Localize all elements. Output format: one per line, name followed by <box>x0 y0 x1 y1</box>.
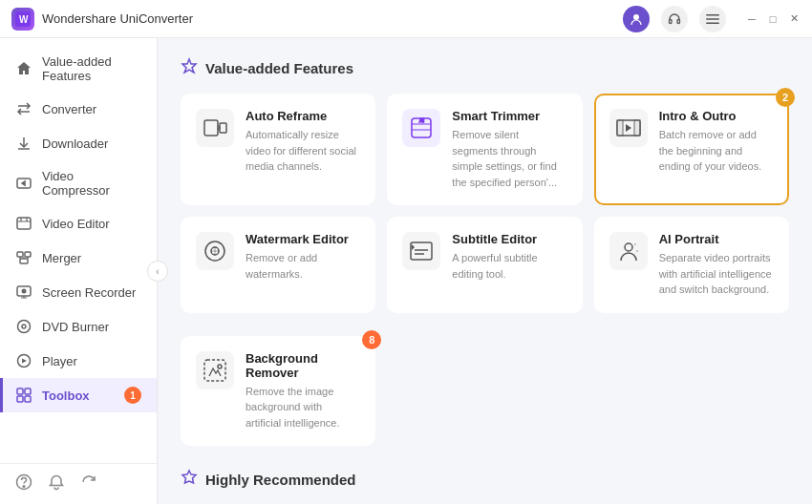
menu-icon[interactable] <box>699 6 726 32</box>
highly-recommended-section-title: Highly Recommended <box>181 469 789 490</box>
app-title: Wondershare UniConverter <box>42 11 193 26</box>
player-icon <box>15 352 32 369</box>
value-added-title-text: Value-added Features <box>205 60 353 76</box>
svg-rect-10 <box>17 252 23 257</box>
home-icon <box>15 60 32 77</box>
close-button[interactable]: ✕ <box>787 12 801 26</box>
ai-portrait-text: AI Portrait Separate video portraits wit… <box>659 232 774 298</box>
sidebar-item-toolbox-label: Toolbox <box>42 388 90 403</box>
svg-rect-31 <box>634 120 640 136</box>
smart-trimmer-text: Smart Trimmer Remove silent segments thr… <box>452 109 566 190</box>
sidebar-item-screen-recorder-label: Screen Recorder <box>42 285 136 300</box>
sidebar: Value-added Features Converter <box>0 38 158 504</box>
intro-outro-text: Intro & Outro Batch remove or add the be… <box>659 109 774 175</box>
sidebar-item-home-label: Value-added Features <box>42 54 141 83</box>
ai-portrait-title: AI Portrait <box>659 232 774 246</box>
svg-rect-12 <box>20 259 28 263</box>
svg-point-35 <box>625 243 632 251</box>
sidebar-item-merger[interactable]: Merger <box>0 241 157 275</box>
svg-rect-9 <box>17 218 31 229</box>
sidebar-bottom <box>0 463 157 504</box>
svg-rect-5 <box>706 14 719 16</box>
svg-rect-25 <box>204 120 218 136</box>
sidebar-item-video-compressor[interactable]: Video Compressor <box>0 160 157 206</box>
auto-reframe-desc: Automatically resize video for different… <box>246 127 360 175</box>
maximize-button[interactable]: □ <box>766 12 780 26</box>
background-remover-card[interactable]: 8 Background Remover Remove the image ba… <box>181 336 375 447</box>
sidebar-item-video-compressor-label: Video Compressor <box>42 169 141 198</box>
watermark-editor-icon <box>196 232 234 270</box>
intro-outro-badge: 2 <box>776 88 795 107</box>
svg-point-23 <box>23 486 25 488</box>
sidebar-nav: Value-added Features Converter <box>0 38 157 463</box>
smart-trimmer-card[interactable]: AI Smart Trimmer Remove silent segments … <box>387 94 582 205</box>
ai-portrait-desc: Separate video portraits with artificial… <box>659 250 774 298</box>
highly-recommended-title-text: Highly Recommended <box>205 472 356 488</box>
subtitle-editor-text: Subtitle Editor A powerful subtitle edit… <box>452 232 566 282</box>
sidebar-item-merger-label: Merger <box>42 251 81 265</box>
watermark-editor-title: Watermark Editor <box>246 232 360 246</box>
sidebar-item-video-editor[interactable]: Video Editor <box>0 206 157 241</box>
svg-point-37 <box>218 365 222 368</box>
background-remover-text: Background Remover Remove the image back… <box>246 351 360 431</box>
svg-rect-7 <box>706 22 719 24</box>
smart-trimmer-title: Smart Trimmer <box>452 109 566 123</box>
sidebar-item-home[interactable]: Value-added Features <box>0 46 157 92</box>
converter-icon <box>15 100 32 117</box>
svg-rect-3 <box>670 19 673 23</box>
svg-rect-34 <box>411 242 432 260</box>
sidebar-item-dvd-burner-label: DVD Burner <box>42 320 109 334</box>
smart-trimmer-icon: AI <box>402 109 440 147</box>
intro-outro-desc: Batch remove or add the beginning and en… <box>659 127 774 175</box>
svg-rect-11 <box>25 252 31 257</box>
svg-text:W: W <box>19 14 29 25</box>
user-icon[interactable] <box>623 6 650 32</box>
downloader-icon <box>15 135 32 152</box>
sidebar-item-screen-recorder[interactable]: Screen Recorder <box>0 275 157 309</box>
dvd-burner-icon <box>15 318 32 335</box>
auto-reframe-card[interactable]: Auto Reframe Automatically resize video … <box>181 94 375 205</box>
sidebar-collapse-button[interactable]: ‹ <box>147 261 168 282</box>
svg-point-16 <box>22 325 26 328</box>
minimize-button[interactable]: ─ <box>745 12 759 26</box>
help-icon[interactable] <box>15 473 32 494</box>
ai-portrait-card[interactable]: AI Portrait Separate video portraits wit… <box>594 217 789 313</box>
sidebar-item-dvd-burner[interactable]: DVD Burner <box>0 309 157 344</box>
intro-outro-card[interactable]: 2 Intro & Outro Batch remove or add the … <box>594 94 789 205</box>
notification-icon[interactable] <box>48 473 65 494</box>
subtitle-editor-title: Subtitle Editor <box>452 232 566 246</box>
sidebar-item-converter[interactable]: Converter <box>0 92 157 126</box>
refresh-icon[interactable] <box>80 473 97 494</box>
subtitle-editor-desc: A powerful subtitle editing tool. <box>452 250 566 282</box>
svg-rect-30 <box>617 120 623 136</box>
video-compressor-icon <box>15 175 32 192</box>
auto-reframe-title: Auto Reframe <box>246 109 360 123</box>
section-title-icon <box>181 57 198 78</box>
smart-trimmer-desc: Remove silent segments through simple se… <box>452 127 566 190</box>
sidebar-item-player[interactable]: Player <box>0 344 157 378</box>
headset-icon[interactable] <box>661 6 688 32</box>
watermark-editor-desc: Remove or add watermarks. <box>246 250 360 282</box>
toolbox-icon <box>15 387 32 404</box>
svg-point-15 <box>18 321 31 333</box>
intro-outro-title: Intro & Outro <box>659 109 774 123</box>
subtitle-editor-card[interactable]: Subtitle Editor A powerful subtitle edit… <box>387 217 582 313</box>
value-added-features-grid: Auto Reframe Automatically resize video … <box>181 94 789 313</box>
sidebar-item-toolbox[interactable]: Toolbox 1 <box>0 378 157 412</box>
intro-outro-icon <box>609 109 648 147</box>
auto-reframe-text: Auto Reframe Automatically resize video … <box>246 109 360 175</box>
svg-point-14 <box>22 289 27 294</box>
value-added-section-title: Value-added Features <box>181 57 789 78</box>
main-content: Value-added Features Auto Reframe Automa… <box>158 38 812 504</box>
svg-rect-21 <box>25 396 31 402</box>
sidebar-item-downloader[interactable]: Downloader <box>0 126 157 160</box>
svg-rect-26 <box>220 123 226 133</box>
svg-rect-20 <box>17 396 23 402</box>
toolbox-badge-1: 1 <box>124 387 141 404</box>
sidebar-item-downloader-label: Downloader <box>42 136 108 151</box>
background-remover-desc: Remove the image background with artific… <box>246 384 360 431</box>
watermark-editor-card[interactable]: Watermark Editor Remove or add watermark… <box>181 217 375 313</box>
sidebar-item-player-label: Player <box>42 354 77 368</box>
sidebar-item-video-editor-label: Video Editor <box>42 217 110 231</box>
app-logo: W Wondershare UniConverter <box>11 8 623 31</box>
